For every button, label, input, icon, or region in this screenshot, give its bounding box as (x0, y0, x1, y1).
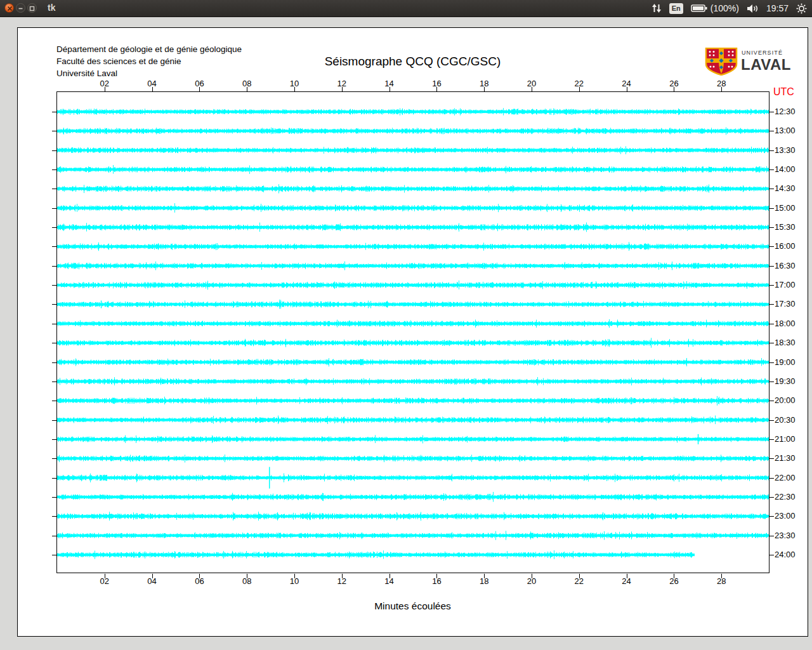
row-tick-left (52, 208, 56, 209)
row-tick-right (769, 169, 774, 170)
utc-time-label: 14:00 (775, 164, 796, 174)
x-tick-mark-top (579, 87, 580, 91)
x-tick-mark-bottom (105, 574, 105, 578)
utc-time-label: 13:30 (775, 145, 796, 155)
utc-time-label: 22:30 (775, 492, 796, 501)
row-tick-left (52, 516, 56, 517)
utc-time-label: 19:00 (775, 357, 796, 367)
keyboard-layout-label: En (669, 3, 683, 14)
utc-time-label: 18:00 (775, 319, 796, 328)
utc-time-label: 16:00 (775, 241, 796, 251)
x-tick-mark-top (436, 87, 437, 91)
university-laval-logo: UNIVERSITÉ LAVAL (705, 48, 806, 77)
utc-axis-label: UTC (773, 86, 794, 98)
row-tick-left (52, 246, 56, 247)
x-tick-mark-top (105, 87, 105, 91)
network-indicator[interactable] (652, 3, 662, 13)
utc-time-label: 24:00 (775, 550, 796, 559)
row-tick-right (769, 304, 774, 305)
keyboard-indicator[interactable]: En (669, 3, 683, 14)
seismogram-traces (57, 92, 769, 573)
row-tick-right (769, 246, 774, 247)
utc-time-label: 22:00 (775, 473, 796, 482)
speaker-icon (747, 4, 759, 13)
row-tick-left (52, 439, 56, 440)
battery-icon (691, 4, 708, 13)
battery-indicator[interactable] (691, 4, 708, 13)
x-axis-title: Minutes écoulées (18, 600, 808, 612)
row-tick-left (52, 189, 56, 189)
row-tick-left (52, 458, 56, 459)
row-tick-left (52, 285, 56, 286)
utc-time-label: 21:00 (775, 434, 796, 444)
x-tick-mark-bottom (674, 574, 674, 578)
row-tick-left (52, 266, 56, 267)
minimize-button[interactable] (16, 3, 25, 13)
row-tick-left (52, 497, 56, 498)
utc-time-label: 15:30 (775, 222, 796, 232)
row-tick-left (52, 169, 56, 170)
x-tick-mark-top (627, 87, 627, 91)
row-tick-right (769, 227, 774, 228)
utc-time-label: 17:00 (775, 280, 796, 289)
battery-percent-label: (100%) (710, 3, 739, 13)
x-tick-mark-top (152, 87, 153, 91)
row-tick-right (769, 439, 774, 440)
chart-title: Séismographe QCQ (CGC/GSC) (18, 55, 808, 69)
utc-time-label: 13:00 (775, 126, 796, 135)
gear-icon (796, 3, 807, 14)
x-tick-mark-top (390, 87, 390, 91)
minimize-icon (16, 4, 25, 13)
top-panel: tk En (100%) (0, 0, 812, 17)
close-button[interactable] (4, 3, 14, 13)
row-tick-right (769, 343, 774, 343)
utc-time-label: 15:00 (775, 203, 796, 213)
x-tick-mark-bottom (484, 574, 485, 578)
row-tick-right (769, 536, 774, 536)
x-tick-mark-bottom (627, 574, 627, 578)
utc-time-label: 14:30 (775, 183, 796, 193)
row-tick-right (769, 324, 774, 324)
plot-area (56, 91, 769, 573)
x-tick-mark-top (721, 87, 722, 91)
app-window: Département de géologie et de génie géol… (17, 27, 808, 637)
row-tick-right (769, 189, 774, 189)
row-tick-right (769, 516, 774, 517)
utc-time-label: 18:30 (775, 338, 796, 347)
info-line-3: Université Laval (56, 67, 242, 79)
row-tick-right (769, 208, 774, 209)
row-tick-left (52, 478, 56, 479)
utc-time-label: 12:30 (775, 107, 796, 116)
close-icon (7, 6, 13, 11)
row-tick-left (52, 304, 56, 305)
row-tick-left (52, 536, 56, 536)
maximize-icon (28, 4, 36, 13)
sound-indicator[interactable] (747, 4, 759, 13)
utc-time-label: 23:00 (775, 511, 796, 521)
row-tick-left (52, 150, 56, 151)
x-tick-mark-top (674, 87, 674, 91)
x-tick-mark-top (294, 87, 295, 91)
utc-time-label: 20:00 (775, 395, 796, 405)
utc-time-label: 16:30 (775, 261, 796, 270)
utc-time-label: 20:30 (775, 415, 796, 425)
row-tick-right (769, 362, 774, 363)
row-tick-left (52, 362, 56, 363)
window-title: tk (48, 0, 55, 17)
row-tick-left (52, 401, 56, 401)
row-tick-right (769, 150, 774, 151)
x-tick-mark-top (247, 87, 247, 91)
x-tick-mark-bottom (436, 574, 437, 578)
x-tick-mark-bottom (721, 574, 722, 578)
laval-shield-icon (705, 48, 738, 76)
session-menu[interactable] (796, 3, 807, 14)
x-tick-mark-bottom (247, 574, 247, 578)
row-tick-right (769, 497, 774, 498)
x-tick-mark-bottom (199, 574, 200, 578)
x-tick-mark-bottom (342, 574, 343, 578)
row-tick-left (52, 112, 56, 112)
maximize-button[interactable] (27, 3, 37, 13)
row-tick-right (769, 266, 774, 267)
x-tick-mark-bottom (532, 574, 532, 578)
sync-arrows-icon (652, 3, 662, 13)
